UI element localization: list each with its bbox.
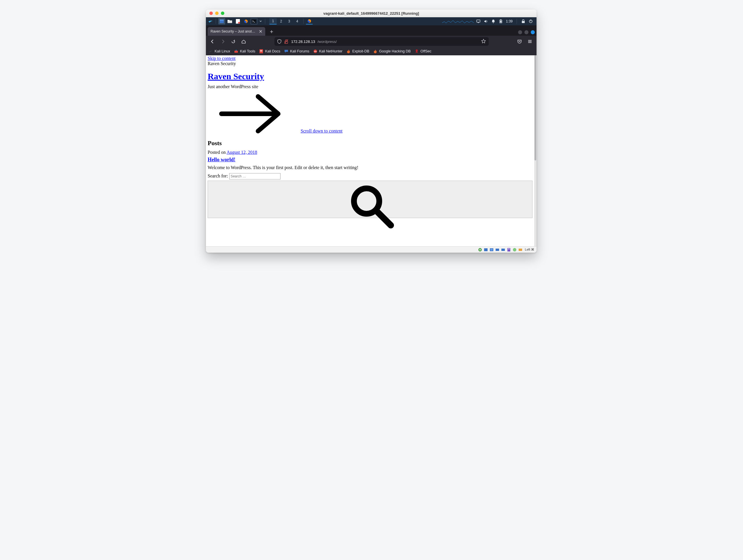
scroll-down-link[interactable]: Scroll down to content (301, 128, 342, 134)
optical-icon[interactable] (484, 248, 488, 252)
search-input[interactable] (229, 173, 280, 179)
bookmark-kali-tools[interactable]: Kali Tools (234, 49, 255, 53)
site-name: Raven Security (208, 61, 236, 66)
minimize-window-button[interactable] (215, 11, 219, 15)
bookmark-star-icon[interactable] (481, 39, 486, 44)
shared-folders-icon[interactable] (507, 248, 511, 252)
bookmark-google-hacking-db[interactable]: Google Hacking DB (373, 49, 411, 53)
audio-icon[interactable] (489, 248, 494, 252)
reload-button[interactable] (229, 37, 237, 46)
svg-rect-27 (260, 51, 262, 51)
svg-rect-1 (220, 19, 224, 20)
url-host: 172.28.128.13 (291, 39, 315, 44)
home-button[interactable] (239, 37, 248, 46)
svg-rect-23 (234, 51, 238, 53)
show-desktop-button[interactable] (218, 18, 225, 25)
back-button[interactable] (208, 37, 217, 46)
svg-rect-15 (522, 21, 525, 23)
svg-point-11 (493, 23, 494, 23)
hdd-icon[interactable] (478, 248, 482, 252)
pocket-button[interactable] (515, 37, 524, 46)
search-icon (344, 181, 396, 233)
close-window-button[interactable] (209, 11, 213, 15)
volume-icon[interactable] (484, 19, 488, 24)
lock-icon[interactable] (521, 19, 526, 24)
svg-point-42 (513, 248, 516, 252)
svg-rect-26 (260, 50, 262, 51)
svg-rect-10 (478, 23, 479, 23)
app-menu-button[interactable] (526, 37, 534, 46)
svg-rect-2 (227, 21, 232, 23)
network-icon[interactable] (495, 248, 500, 252)
workspace-4[interactable]: 4 (294, 18, 301, 25)
bookmark-kali-docs[interactable]: Kali Docs (259, 49, 280, 53)
svg-rect-22 (528, 42, 532, 43)
workspace-3[interactable]: 3 (286, 18, 293, 25)
forward-button[interactable] (219, 37, 227, 46)
kali-menu-icon[interactable] (208, 18, 213, 24)
workspace-1[interactable]: 1 (269, 18, 277, 25)
insecure-lock-icon[interactable] (284, 39, 289, 44)
bookmark-kali-nethunter[interactable]: Kali NetHunter (313, 49, 342, 53)
svg-rect-21 (528, 41, 532, 42)
text-editor-button[interactable] (234, 18, 241, 25)
doc-icon (259, 49, 263, 53)
display-icon[interactable] (476, 19, 481, 24)
file-manager-button[interactable] (226, 18, 233, 25)
usb-icon[interactable] (501, 248, 506, 252)
url-bar[interactable]: 172.28.128.13/wordpress/ (274, 37, 489, 46)
ribbon-icon (415, 49, 419, 53)
post-excerpt: Welcome to WordPress. This is your first… (208, 165, 532, 170)
notifications-icon[interactable] (491, 19, 496, 24)
arrow-right-icon (208, 92, 293, 135)
svg-line-32 (377, 211, 391, 225)
svg-line-19 (285, 39, 288, 43)
search-button[interactable] (208, 181, 532, 218)
battery-icon[interactable] (498, 19, 503, 24)
window-title: vagrant-kali_default_1649996674412_22251… (206, 11, 536, 15)
recording-icon[interactable] (518, 248, 523, 252)
search-label: Search for: (208, 173, 228, 178)
virtualbox-statusbar: Left ⌘ (206, 246, 536, 253)
bookmark-offsec[interactable]: OffSec (415, 49, 431, 53)
skip-to-content-link[interactable]: Skip to content (208, 56, 235, 61)
posts-heading: Posts (208, 139, 532, 147)
power-icon[interactable] (528, 19, 533, 24)
terminal-dropdown-icon[interactable] (259, 18, 263, 25)
site-title-link[interactable]: Raven Security (208, 72, 264, 81)
svg-rect-24 (235, 50, 237, 51)
svg-rect-9 (477, 20, 480, 22)
bookmark-kali-linux[interactable]: Kali Linux (209, 49, 230, 53)
tracking-shield-icon[interactable] (277, 39, 282, 44)
terminal-button[interactable] (251, 18, 257, 25)
firefox-running-button[interactable] (306, 18, 313, 25)
traffic-lights (206, 11, 224, 15)
bookmark-kali-forums[interactable]: Kali Forums (284, 49, 309, 53)
ff-maximize-icon[interactable] (524, 30, 528, 34)
kali-panel: 1 2 3 4 1:39 (206, 17, 536, 25)
scrollbar[interactable] (534, 55, 536, 246)
firefox-panel-button[interactable] (243, 18, 249, 25)
firefox-toolbar: 172.28.128.13/wordpress/ (206, 36, 536, 47)
svg-rect-6 (252, 19, 256, 23)
clock[interactable]: 1:39 (506, 19, 513, 23)
bookmark-exploit-db[interactable]: Exploit-DB (346, 49, 369, 53)
svg-rect-35 (484, 248, 488, 251)
post-date-link[interactable]: August 12, 2018 (227, 150, 257, 155)
flame-icon (373, 49, 377, 53)
ff-minimize-icon[interactable] (518, 30, 522, 34)
display-vb-icon[interactable] (512, 248, 517, 252)
svg-point-29 (416, 49, 418, 51)
browser-tab-active[interactable]: Raven Security – Just another (208, 27, 265, 36)
chat-icon (284, 49, 288, 53)
new-tab-button[interactable] (267, 28, 275, 36)
maximize-window-button[interactable] (221, 11, 224, 15)
tab-close-icon[interactable] (258, 29, 263, 34)
post-title-link[interactable]: Hello world! (208, 157, 235, 163)
scrollbar-thumb[interactable] (534, 55, 536, 161)
ff-close-icon[interactable] (531, 30, 535, 34)
workspace-2[interactable]: 2 (277, 18, 285, 25)
tagline: Just another WordPress site (208, 84, 532, 89)
svg-rect-37 (490, 249, 493, 251)
svg-rect-40 (508, 248, 510, 252)
